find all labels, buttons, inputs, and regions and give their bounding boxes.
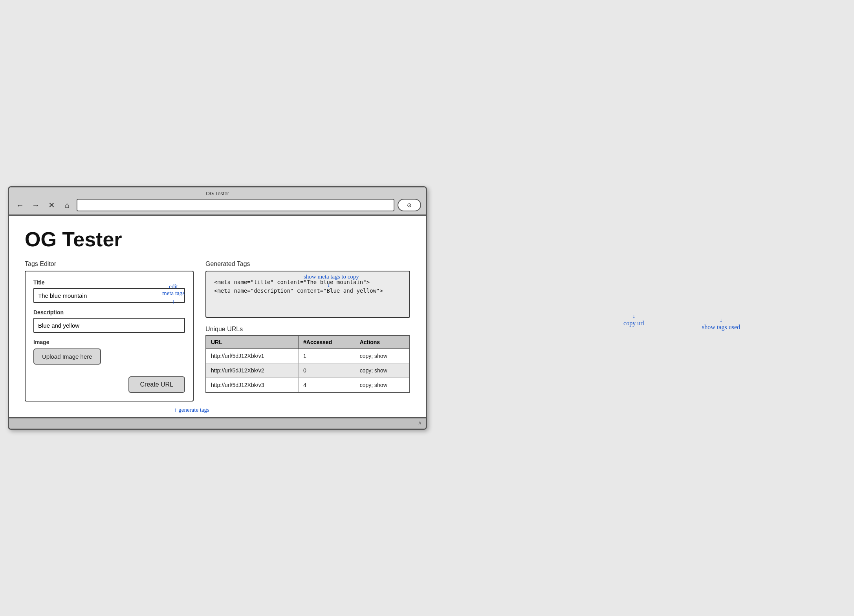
tags-editor-box: Title Description Image Upload Image her… [25, 271, 194, 402]
generated-tag-line1: <meta name="title" content="The blue mou… [214, 278, 401, 286]
main-layout: Tags Editor Title Description Image Uplo… [25, 260, 410, 402]
actions-cell: copy; show [355, 363, 410, 378]
actions-cell: copy; show [355, 349, 410, 363]
url-cell: http://url/5dJ12Xbk/v3 [206, 378, 299, 393]
description-label: Description [33, 309, 185, 315]
browser-toolbar: ← → ✕ ⌂ ⊙ [14, 199, 421, 211]
annotation-generate-tags: ↑ generate tags [174, 407, 209, 413]
table-row: http://url/5dJ12Xbk/v20copy; show [206, 363, 410, 378]
generated-tag-line2: <meta name="description" content="Blue a… [214, 286, 401, 295]
urls-table-header: URL #Accessed Actions [206, 336, 410, 349]
col-actions: Actions [355, 336, 410, 349]
description-field-group: Description [33, 309, 185, 333]
create-url-button[interactable]: Create URL [128, 376, 185, 393]
annotation-show-tags-used: ↓show tags used [702, 317, 740, 331]
forward-button[interactable]: → [29, 199, 42, 211]
browser-chrome: OG Tester ← → ✕ ⌂ ⊙ [9, 187, 426, 216]
table-row: http://url/5dJ12Xbk/v34copy; show [206, 378, 410, 393]
browser-window: OG Tester ← → ✕ ⌂ ⊙ OG Tester edit meta … [8, 186, 427, 430]
accessed-cell: 0 [299, 363, 355, 378]
back-button[interactable]: ← [14, 199, 26, 211]
title-input[interactable] [33, 288, 185, 303]
table-row: http://url/5dJ12Xbk/v11copy; show [206, 349, 410, 363]
generated-tags-label: Generated Tags [205, 260, 410, 268]
accessed-cell: 1 [299, 349, 355, 363]
status-icon: // [418, 421, 421, 426]
title-label: Title [33, 279, 185, 286]
right-panel: Generated Tags <meta name="title" conten… [205, 260, 410, 393]
close-button[interactable]: ✕ [45, 199, 58, 211]
page-content: OG Tester edit meta tags ↓ show meta tag… [9, 216, 426, 417]
col-url: URL [206, 336, 299, 349]
urls-table: URL #Accessed Actions http://url/5dJ12Xb… [205, 335, 410, 393]
search-button[interactable]: ⊙ [398, 199, 421, 211]
col-accessed: #Accessed [299, 336, 355, 349]
tags-editor-panel: Tags Editor Title Description Image Uplo… [25, 260, 194, 402]
urls-table-body: http://url/5dJ12Xbk/v11copy; showhttp://… [206, 349, 410, 393]
accessed-cell: 4 [299, 378, 355, 393]
annotation-copy-url: ↓copy url [623, 313, 644, 327]
browser-title: OG Tester [14, 191, 421, 196]
browser-statusbar: // [9, 417, 426, 429]
url-cell: http://url/5dJ12Xbk/v1 [206, 349, 299, 363]
home-button[interactable]: ⌂ [61, 199, 73, 211]
image-label: Image [33, 339, 185, 345]
page-title: OG Tester [25, 227, 410, 251]
generated-tags-box: <meta name="title" content="The blue mou… [205, 271, 410, 318]
address-bar[interactable] [77, 199, 394, 211]
actions-cell: copy; show [355, 378, 410, 393]
search-icon: ⊙ [407, 202, 412, 208]
unique-urls-label: Unique URLs [205, 326, 410, 333]
description-input[interactable] [33, 318, 185, 333]
bottom-annotations-area: ↓copy url ↓show tags used [427, 284, 846, 335]
url-cell: http://url/5dJ12Xbk/v2 [206, 363, 299, 378]
image-section: Image Upload Image here [33, 339, 185, 365]
title-field-group: Title [33, 279, 185, 303]
upload-image-button[interactable]: Upload Image here [33, 348, 101, 365]
tags-editor-label: Tags Editor [25, 260, 194, 268]
